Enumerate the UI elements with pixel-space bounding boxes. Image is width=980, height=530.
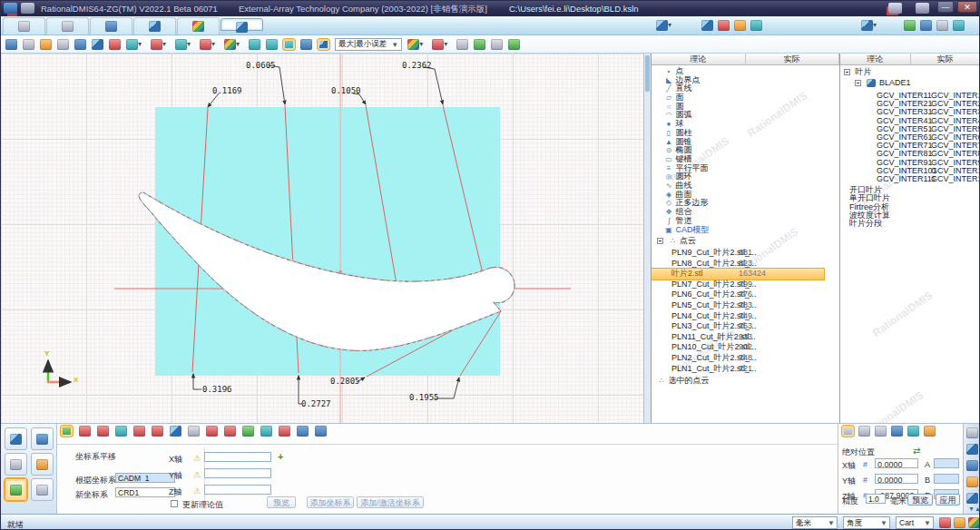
probe-tool-icon[interactable]	[718, 20, 730, 31]
base-cs-input[interactable]	[115, 473, 175, 483]
camera-icon[interactable]	[936, 20, 948, 31]
probe-mode-icon-active[interactable]	[842, 426, 854, 437]
add-value-icon[interactable]: +	[278, 451, 283, 462]
grid-view-icon[interactable]	[750, 20, 762, 31]
graphics-viewport[interactable]: 0.1169 0.0605 0.1050 0.2362 0.3196 0.272…	[1, 54, 643, 423]
pointcloud-item[interactable]: PLN5_Cut_叶片2.stl_... 783	[652, 300, 839, 311]
swap-icon[interactable]: ⇄	[913, 446, 920, 456]
help-icon[interactable]	[916, 3, 929, 14]
view-tool-icon[interactable]	[966, 493, 978, 504]
tab-window[interactable]	[90, 17, 132, 34]
probe-add-icon[interactable]	[907, 426, 919, 437]
coord-select[interactable]: Cart▼	[896, 516, 934, 529]
section-curve-icon-active[interactable]	[283, 39, 295, 50]
gear-tool-icon[interactable]	[966, 476, 978, 487]
machine-status-icon[interactable]	[939, 517, 951, 528]
z-axis-input[interactable]	[204, 485, 271, 495]
home-icon[interactable]	[924, 426, 936, 437]
ruler-status-icon[interactable]	[954, 517, 965, 528]
unit-select[interactable]: 毫米▼	[792, 516, 838, 529]
feature-view-icon[interactable]	[701, 20, 713, 31]
scroll-arrows-icon[interactable]: ▼▲	[968, 505, 980, 512]
minimize-button[interactable]: —	[937, 1, 954, 13]
display-status-icon[interactable]	[968, 517, 980, 528]
tab-document[interactable]	[46, 17, 89, 34]
probe-angle-input[interactable]	[934, 474, 959, 484]
report-dropdown[interactable]	[432, 39, 444, 50]
blade-root-item[interactable]: 叶片	[840, 68, 980, 77]
tab-transfer[interactable]	[133, 17, 176, 34]
cs-rps-icon[interactable]	[224, 426, 236, 437]
probe-preview-button[interactable]: 预览	[907, 494, 933, 505]
probe-y-icon[interactable]	[953, 20, 965, 31]
cs-3-2-1-icon[interactable]	[152, 426, 163, 437]
view-eye-icon[interactable]	[57, 39, 69, 50]
probe-cube-button[interactable]	[5, 427, 27, 450]
cs-bestfit-icon[interactable]	[115, 426, 127, 437]
export-run-icon[interactable]	[508, 39, 520, 50]
intersection-row[interactable]: GCV_INTER111 GCV_INTER111	[840, 175, 980, 183]
pointcloud-item[interactable]: PLN7_Cut_叶片2.stl_... 799	[652, 280, 839, 290]
pan-icon[interactable]	[5, 39, 17, 50]
shield-icon[interactable]	[734, 20, 746, 31]
caliper-button[interactable]	[31, 427, 54, 450]
blade-panel-mode-icon[interactable]	[861, 20, 873, 31]
x-axis-input[interactable]	[204, 452, 271, 462]
y-axis-input[interactable]	[204, 468, 271, 478]
menu-icon[interactable]	[21, 3, 34, 14]
feature-type-item[interactable]: ∫ 管道	[652, 217, 839, 226]
collapse-icon[interactable]	[855, 80, 861, 86]
probe-angle-input[interactable]	[934, 458, 959, 468]
cs-cube-green-icon[interactable]	[242, 426, 254, 437]
pointcloud-item[interactable]: PLN6_Cut_叶片2.stl_... 776	[652, 290, 839, 300]
feature-panel-mode-icon[interactable]	[656, 20, 668, 31]
joystick-icon[interactable]	[891, 426, 903, 437]
zoom-window-icon[interactable]	[23, 39, 34, 50]
colormap-dropdown[interactable]	[407, 39, 419, 50]
cs-translate-icon-active[interactable]	[61, 426, 73, 437]
coordinate-system-button-active[interactable]	[5, 478, 27, 501]
pointcloud-item[interactable]: PLN2_Cut_叶片2.stl_... 748	[652, 353, 839, 364]
surface-curve-icon[interactable]	[300, 39, 312, 50]
cs-iterate-icon[interactable]	[279, 426, 290, 437]
magnifier-tool-icon[interactable]	[966, 460, 978, 471]
precision-input[interactable]	[866, 494, 886, 504]
collapse-icon[interactable]	[844, 69, 850, 75]
point-measure-dropdown[interactable]	[126, 39, 138, 50]
pointcloud-item[interactable]: PLN4_Cut_叶片2.stl_... 749	[652, 311, 839, 322]
tools-button[interactable]	[31, 478, 54, 501]
model-tool-icon[interactable]	[966, 444, 978, 455]
pointcloud-item[interactable]: 叶片2.stl 163424	[652, 269, 824, 280]
pointcloud-root[interactable]: ∴ 点云	[652, 237, 839, 246]
error-mode-dropdown[interactable]: 最大|最小误差 ▼	[335, 38, 402, 51]
collapse-icon[interactable]	[657, 238, 663, 244]
blade-tab-theory[interactable]: 理论	[840, 54, 911, 64]
cs-matrix-icon[interactable]	[188, 426, 200, 437]
pointcloud-item[interactable]: PLN1_Cut_叶片2.stl_... 721	[652, 364, 839, 375]
pointcloud-item[interactable]: PLN11_Cut_叶片2.stl... 933	[652, 332, 839, 343]
curve-fit-icon[interactable]	[249, 39, 260, 50]
close-button[interactable]: ✕	[957, 1, 977, 13]
select-window-icon[interactable]	[74, 39, 86, 50]
cs-ref-icon[interactable]	[297, 426, 309, 437]
new-cs-input[interactable]	[115, 487, 175, 497]
grab-hand-icon[interactable]	[40, 39, 52, 50]
cs-cad-icon[interactable]	[170, 426, 181, 437]
curve-compare-icon[interactable]	[266, 39, 278, 50]
probe-apply-button[interactable]: 应用	[936, 494, 960, 505]
add-activate-cs-button[interactable]: 添加/激活坐标系	[357, 496, 424, 508]
cs-rotate-icon[interactable]	[79, 426, 91, 437]
print-tool-icon[interactable]	[966, 427, 978, 438]
tab-color[interactable]	[177, 17, 220, 34]
probe-tip-icon[interactable]	[875, 426, 887, 437]
plane-measure-dropdown[interactable]	[200, 39, 211, 50]
axes-icon[interactable]	[904, 20, 916, 31]
cad-model-item[interactable]: ▣ CAD模型	[652, 226, 839, 235]
deviation-display-icon-active[interactable]	[318, 39, 329, 50]
tab-model-active[interactable]	[220, 18, 263, 31]
screen-fit-icon[interactable]	[92, 39, 103, 50]
viewport-scrollbar[interactable]	[643, 54, 651, 423]
blade-analysis-item[interactable]: 叶片分段	[840, 220, 980, 228]
update-theory-checkbox[interactable]	[171, 500, 178, 507]
record-icon[interactable]	[888, 3, 902, 14]
